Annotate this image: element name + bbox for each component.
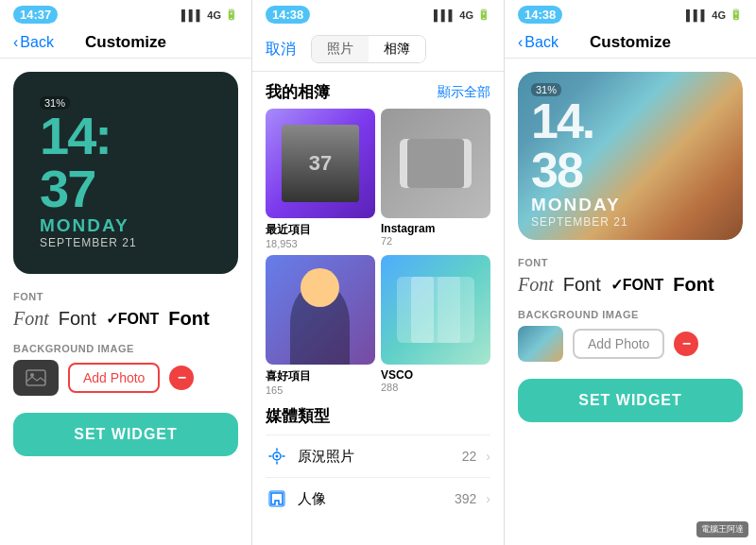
widget-date-right: SEPTEMBER 21	[531, 215, 628, 229]
live-photo-icon	[266, 445, 288, 468]
album-thumb-recent: 37	[266, 109, 375, 218]
status-bar-right: 14:38 ▌▌▌ 4G 🔋	[505, 0, 756, 27]
status-time-right: 14:38	[518, 6, 562, 24]
status-bar-middle: 14:38 ▌▌▌ 4G 🔋	[252, 0, 504, 27]
back-label-left: Back	[20, 34, 54, 51]
signal-icon-m: ▌▌▌	[434, 9, 455, 21]
media-type-portrait[interactable]: 人像 392 ›	[266, 477, 490, 519]
left-phone: 14:37 ▌▌▌ 4G 🔋 ‹ Back Customize 31% 14:3…	[0, 0, 252, 545]
font-item-normal-right[interactable]: Font	[563, 274, 601, 296]
album-name-instagram: Instagram	[381, 222, 490, 235]
right-phone: 14:38 ▌▌▌ 4G 🔋 ‹ Back Customize 31% 14.3…	[505, 0, 756, 545]
album-count-instagram: 72	[381, 235, 490, 247]
show-all-button[interactable]: 顯示全部	[438, 84, 490, 101]
status-time-middle: 14:38	[266, 6, 310, 24]
set-widget-button-left[interactable]: SET WIDGET	[13, 413, 238, 456]
back-chevron-icon-r: ‹	[518, 34, 523, 51]
status-icons-left: ▌▌▌ 4G 🔋	[181, 9, 238, 21]
media-type-livephoto-name: 原況照片	[298, 448, 453, 466]
back-label-right: Back	[524, 34, 558, 51]
battery-icon: 🔋	[225, 9, 238, 21]
media-type-portrait-name: 人像	[298, 490, 445, 508]
network-type-m: 4G	[459, 9, 473, 21]
widget-preview-right: 31% 14.38 MONDAY SEPTEMBER 21	[518, 72, 743, 240]
bg-thumb-right	[518, 326, 563, 362]
battery-icon-m: 🔋	[477, 9, 490, 21]
tab-group: 照片 相簿	[311, 35, 426, 63]
back-button-left[interactable]: ‹ Back	[13, 34, 54, 51]
widget-day-left: MONDAY	[40, 215, 129, 236]
watermark: 電腦王阿達	[696, 521, 748, 537]
album-count-vsco: 288	[381, 382, 490, 393]
tab-photos[interactable]: 照片	[312, 36, 369, 62]
status-icons-right: ▌▌▌ 4G 🔋	[686, 9, 743, 21]
font-item-cursive-right[interactable]: Font	[518, 274, 554, 296]
bg-section-label-left: BACKGROUND IMAGE	[13, 343, 238, 354]
widget-date-left: SEPTEMBER 21	[40, 236, 137, 249]
media-types-title: 媒體類型	[266, 405, 490, 427]
back-button-right[interactable]: ‹ Back	[518, 34, 558, 51]
back-chevron-icon: ‹	[13, 34, 18, 51]
album-name-recent: 最近項目	[266, 222, 375, 238]
bg-thumb-left	[13, 360, 59, 396]
add-photo-button-left[interactable]: Add Photo	[68, 363, 160, 393]
font-item-bold-left[interactable]: Font	[168, 308, 209, 330]
page-title-left: Customize	[85, 33, 166, 52]
status-bar-left: 14:37 ▌▌▌ 4G 🔋	[0, 0, 251, 27]
albums-title: 我的相簿	[266, 81, 330, 103]
add-photo-button-right[interactable]: Add Photo	[573, 329, 664, 359]
remove-button-left[interactable]: −	[169, 366, 194, 390]
font-section-label-left: FONT	[13, 291, 238, 302]
set-widget-button-right[interactable]: SET WIDGET	[518, 379, 743, 422]
font-item-normal-left[interactable]: Font	[59, 308, 96, 330]
widget-time-left: 14:37	[40, 110, 111, 215]
album-item-favorites[interactable]: 喜好項目 165	[266, 255, 375, 396]
album-count-favorites: 165	[266, 384, 375, 396]
status-icons-middle: ▌▌▌ 4G 🔋	[434, 9, 490, 21]
bg-row-right: Add Photo −	[505, 326, 756, 362]
status-time-left: 14:37	[13, 6, 58, 24]
media-types-section: 媒體類型 原況照片 22 ›	[252, 396, 504, 523]
widget-day-right: MONDAY	[531, 195, 621, 215]
svg-rect-0	[26, 370, 45, 385]
font-section-label-right: FONT	[518, 257, 743, 268]
middle-nav: 取消 照片 相簿	[252, 27, 504, 72]
media-type-livephoto[interactable]: 原況照片 22 ›	[266, 434, 490, 477]
signal-icon: ▌▌▌	[181, 9, 203, 21]
album-item-recent[interactable]: 37 最近項目 18,953	[266, 109, 375, 249]
cancel-button[interactable]: 取消	[266, 40, 296, 60]
portrait-icon	[266, 487, 288, 510]
album-name-favorites: 喜好項目	[266, 368, 375, 384]
nav-bar-left: ‹ Back Customize	[0, 27, 251, 59]
font-item-cursive-left[interactable]: Font	[13, 308, 49, 330]
tab-albums[interactable]: 相簿	[369, 36, 425, 62]
font-item-boldcaps-left[interactable]: ✓FONT	[106, 310, 160, 328]
media-type-portrait-count: 392	[455, 491, 476, 506]
nav-bar-right: ‹ Back Customize	[505, 27, 756, 59]
widget-time-right: 14.38	[531, 96, 593, 195]
album-item-vsco[interactable]: VSCO 288	[381, 255, 490, 396]
album-count-recent: 18,953	[266, 238, 375, 249]
bg-section-label-right: BACKGROUND IMAGE	[518, 309, 743, 320]
font-row-right: Font Font ✓FONT Font	[505, 274, 756, 296]
media-type-livephoto-count: 22	[462, 449, 477, 464]
battery-icon-r: 🔋	[730, 9, 743, 21]
album-thumb-favorites	[266, 255, 375, 365]
chevron-right-icon-livephoto: ›	[486, 449, 490, 464]
font-row-left: Font Font ✓FONT Font	[0, 308, 251, 330]
font-item-boldcaps-right[interactable]: ✓FONT	[610, 276, 664, 294]
signal-icon-r: ▌▌▌	[686, 9, 708, 21]
album-grid: 37 最近項目 18,953 Instagram 72	[252, 109, 504, 396]
album-thumb-vsco	[381, 255, 490, 365]
font-item-bold-right[interactable]: Font	[673, 274, 713, 296]
remove-button-right[interactable]: −	[674, 332, 698, 356]
network-type-r: 4G	[712, 9, 726, 21]
album-item-instagram[interactable]: Instagram 72	[381, 109, 490, 249]
album-name-vsco: VSCO	[381, 368, 490, 382]
network-type: 4G	[207, 9, 221, 21]
chevron-right-icon-portrait: ›	[486, 491, 490, 506]
page-title-right: Customize	[590, 33, 671, 52]
bg-row-left: Add Photo −	[0, 360, 251, 396]
widget-preview-left: 31% 14:37 MONDAY SEPTEMBER 21	[13, 72, 238, 274]
svg-point-3	[276, 455, 279, 458]
